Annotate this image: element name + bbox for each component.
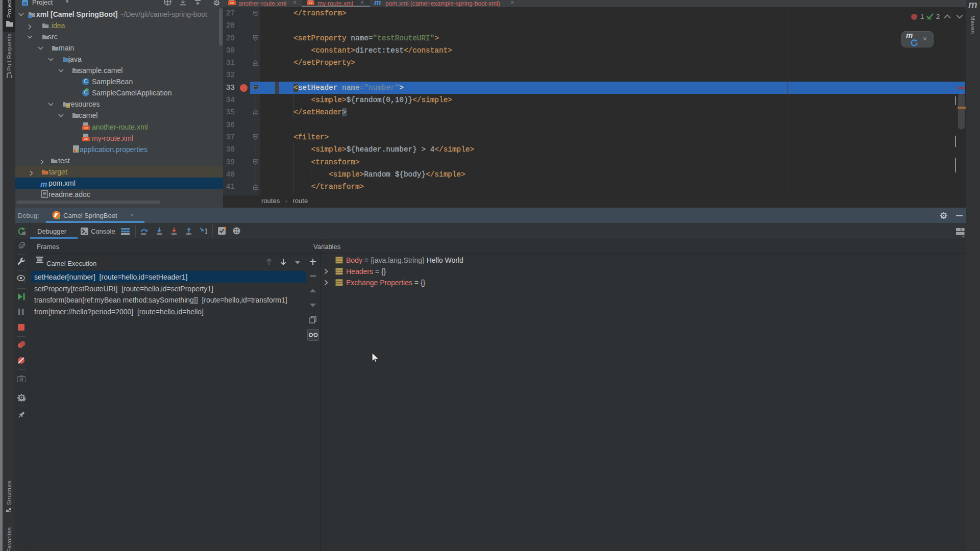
svg-text:<>: <> [84,126,88,130]
svg-text:<>: <> [230,1,234,5]
svg-text:<>: <> [308,1,312,5]
svg-text:<>: <> [84,137,88,141]
